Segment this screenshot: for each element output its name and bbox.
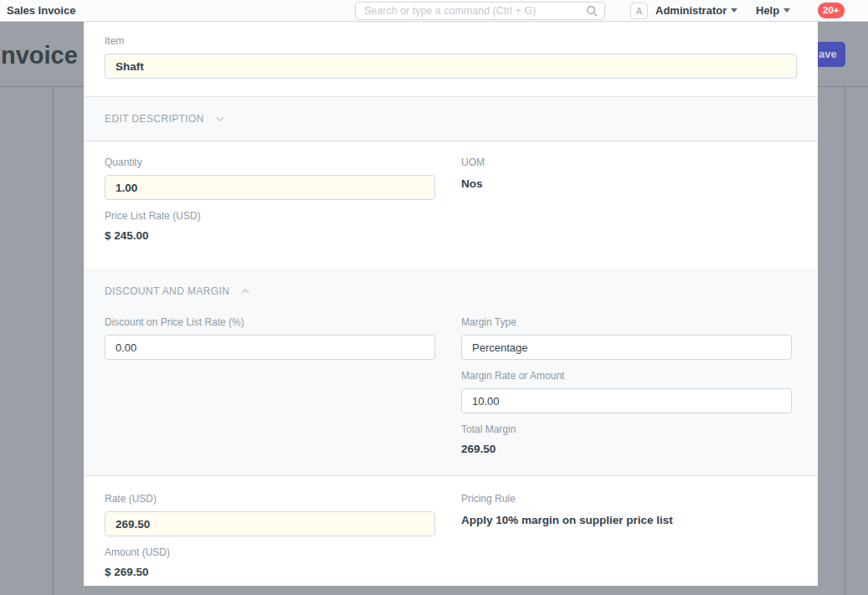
chevron-down-icon	[214, 113, 226, 125]
quantity-section: Quantity Price List Rate (USD) $ 245.00 …	[84, 141, 818, 268]
pricing-rule-label: Pricing Rule	[461, 493, 792, 505]
uom-field: UOM Nos	[461, 156, 792, 191]
price-list-rate-field: Price List Rate (USD) $ 245.00	[105, 210, 435, 243]
amount-label: Amount (USD)	[105, 546, 435, 558]
search-icon	[586, 5, 598, 18]
section-edit-description[interactable]: EDIT DESCRIPTION	[84, 96, 818, 141]
item-input[interactable]	[105, 54, 797, 79]
margin-rate-input[interactable]	[461, 388, 792, 413]
background-divider	[53, 86, 54, 595]
chevron-up-icon	[239, 285, 251, 297]
quantity-input[interactable]	[105, 175, 435, 200]
discount-field: Discount on Price List Rate (%)	[105, 316, 435, 360]
help-menu-label: Help	[756, 4, 779, 17]
edit-description-label: EDIT DESCRIPTION	[105, 113, 204, 125]
pricing-rule-field: Pricing Rule Apply 10% margin on supplie…	[461, 493, 792, 527]
pricing-rule-value: Apply 10% margin on supplier price list	[461, 513, 792, 527]
top-navbar: Sales Invoice A Administrator Help 20+	[0, 0, 868, 22]
user-menu[interactable]: Administrator	[655, 4, 737, 17]
quantity-label: Quantity	[105, 156, 435, 168]
margin-type-input[interactable]	[461, 335, 792, 360]
discount-and-margin-label: DISCOUNT AND MARGIN	[105, 285, 229, 297]
item-detail-dialog: Item EDIT DESCRIPTION Quantity Price Lis…	[84, 22, 818, 586]
price-list-rate-label: Price List Rate (USD)	[105, 210, 435, 222]
margin-rate-label: Margin Rate or Amount	[461, 370, 792, 382]
caret-down-icon	[783, 8, 790, 13]
amount-field: Amount (USD) $ 269.50	[105, 546, 435, 579]
margin-type-label: Margin Type	[461, 316, 792, 328]
save-button[interactable]: ave	[818, 42, 845, 67]
notification-badge[interactable]: 20+	[818, 3, 845, 18]
global-search[interactable]	[355, 2, 605, 20]
background-divider	[845, 86, 845, 595]
app-title: Sales Invoice	[7, 4, 75, 17]
total-margin-field: Total Margin 269.50	[461, 423, 792, 456]
item-section: Item	[84, 22, 818, 79]
help-menu[interactable]: Help	[756, 4, 790, 17]
amount-value: $ 269.50	[105, 565, 435, 579]
discount-input[interactable]	[105, 335, 435, 360]
item-label: Item	[105, 35, 797, 47]
margin-rate-field: Margin Rate or Amount	[461, 370, 792, 413]
user-avatar[interactable]: A	[630, 3, 648, 19]
caret-down-icon	[731, 8, 737, 13]
total-margin-label: Total Margin	[461, 423, 792, 435]
price-list-rate-value: $ 245.00	[105, 228, 435, 243]
discount-label: Discount on Price List Rate (%)	[105, 316, 435, 328]
uom-value: Nos	[461, 177, 792, 191]
total-margin-value: 269.50	[461, 442, 792, 456]
discount-and-margin-header[interactable]: DISCOUNT AND MARGIN	[84, 285, 818, 297]
search-input[interactable]	[356, 3, 604, 19]
user-menu-label: Administrator	[655, 4, 727, 17]
rate-field: Rate (USD)	[105, 493, 435, 536]
rate-section: Rate (USD) Amount (USD) $ 269.50 Pricing…	[84, 476, 818, 579]
quantity-field: Quantity	[105, 156, 435, 200]
rate-label: Rate (USD)	[105, 493, 435, 505]
uom-label: UOM	[461, 156, 792, 168]
margin-type-field: Margin Type	[461, 316, 792, 360]
rate-input[interactable]	[105, 511, 435, 536]
section-discount-and-margin: DISCOUNT AND MARGIN Discount on Price Li…	[84, 268, 818, 476]
